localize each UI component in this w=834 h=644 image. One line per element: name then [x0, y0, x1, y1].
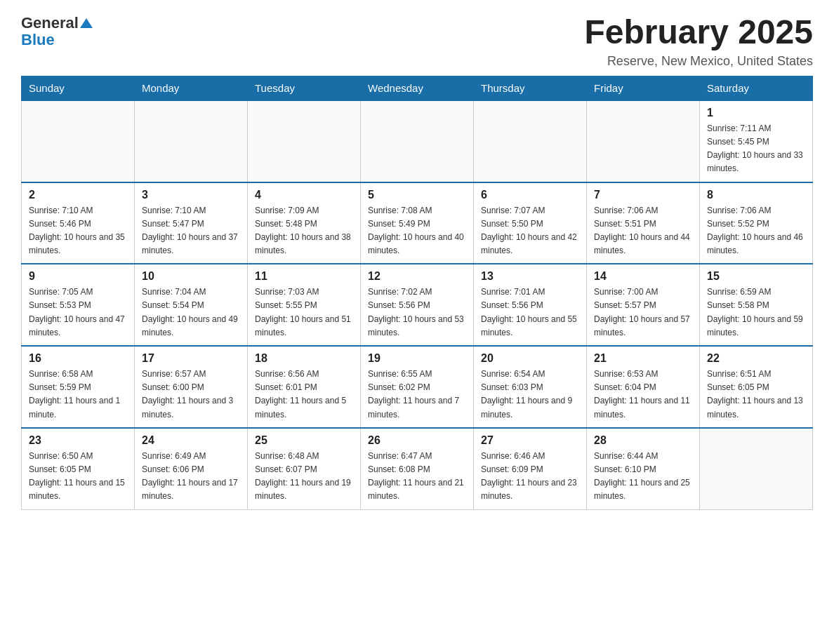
logo-icon	[80, 17, 93, 29]
day-number: 3	[142, 189, 240, 201]
day-number: 10	[142, 270, 240, 283]
day-info: Sunrise: 6:50 AMSunset: 6:05 PMDaylight:…	[29, 450, 127, 504]
month-title: February 2025	[584, 14, 813, 51]
calendar-table: Sunday Monday Tuesday Wednesday Thursday…	[21, 76, 813, 510]
calendar-day-cell: 25Sunrise: 6:48 AMSunset: 6:07 PMDayligh…	[248, 428, 361, 509]
day-number: 24	[142, 434, 240, 447]
col-wednesday: Wednesday	[361, 76, 474, 100]
day-info: Sunrise: 6:56 AMSunset: 6:01 PMDaylight:…	[255, 368, 353, 422]
col-monday: Monday	[135, 76, 248, 100]
calendar-day-cell: 9Sunrise: 7:05 AMSunset: 5:53 PMDaylight…	[22, 264, 135, 346]
day-number: 11	[255, 270, 353, 283]
calendar-day-cell: 3Sunrise: 7:10 AMSunset: 5:47 PMDaylight…	[135, 182, 248, 264]
day-info: Sunrise: 6:59 AMSunset: 5:58 PMDaylight:…	[707, 286, 805, 340]
col-thursday: Thursday	[474, 76, 587, 100]
logo: General Blue	[21, 14, 93, 49]
week-row-4: 16Sunrise: 6:58 AMSunset: 5:59 PMDayligh…	[22, 346, 813, 428]
day-info: Sunrise: 7:06 AMSunset: 5:52 PMDaylight:…	[707, 204, 805, 258]
calendar-day-cell: 15Sunrise: 6:59 AMSunset: 5:58 PMDayligh…	[700, 264, 813, 346]
day-info: Sunrise: 6:54 AMSunset: 6:03 PMDaylight:…	[481, 368, 579, 422]
day-info: Sunrise: 7:03 AMSunset: 5:55 PMDaylight:…	[255, 286, 353, 340]
day-number: 6	[481, 189, 579, 201]
week-row-5: 23Sunrise: 6:50 AMSunset: 6:05 PMDayligh…	[22, 428, 813, 509]
calendar-day-cell: 27Sunrise: 6:46 AMSunset: 6:09 PMDayligh…	[474, 428, 587, 509]
page-header: General Blue February 2025 Reserve, New …	[21, 14, 813, 69]
calendar-day-cell: 11Sunrise: 7:03 AMSunset: 5:55 PMDayligh…	[248, 264, 361, 346]
col-tuesday: Tuesday	[248, 76, 361, 100]
calendar-day-cell: 19Sunrise: 6:55 AMSunset: 6:02 PMDayligh…	[361, 346, 474, 428]
day-number: 21	[594, 352, 692, 365]
day-number: 7	[594, 189, 692, 201]
calendar-day-cell: 23Sunrise: 6:50 AMSunset: 6:05 PMDayligh…	[22, 428, 135, 509]
day-info: Sunrise: 7:08 AMSunset: 5:49 PMDaylight:…	[368, 204, 466, 258]
calendar-day-cell: 1Sunrise: 7:11 AMSunset: 5:45 PMDaylight…	[700, 100, 813, 182]
day-number: 22	[707, 352, 805, 365]
day-number: 23	[29, 434, 127, 447]
day-number: 14	[594, 270, 692, 283]
day-number: 18	[255, 352, 353, 365]
calendar-day-cell: 24Sunrise: 6:49 AMSunset: 6:06 PMDayligh…	[135, 428, 248, 509]
day-number: 25	[255, 434, 353, 447]
col-saturday: Saturday	[700, 76, 813, 100]
day-info: Sunrise: 7:01 AMSunset: 5:56 PMDaylight:…	[481, 286, 579, 340]
svg-marker-0	[80, 18, 93, 28]
day-info: Sunrise: 7:00 AMSunset: 5:57 PMDaylight:…	[594, 286, 692, 340]
day-info: Sunrise: 7:02 AMSunset: 5:56 PMDaylight:…	[368, 286, 466, 340]
day-number: 8	[707, 189, 805, 201]
day-number: 12	[368, 270, 466, 283]
day-number: 28	[594, 434, 692, 447]
day-number: 4	[255, 189, 353, 201]
day-number: 17	[142, 352, 240, 365]
calendar-header-row: Sunday Monday Tuesday Wednesday Thursday…	[22, 76, 813, 100]
day-number: 13	[481, 270, 579, 283]
calendar-day-cell	[248, 100, 361, 182]
calendar-day-cell: 13Sunrise: 7:01 AMSunset: 5:56 PMDayligh…	[474, 264, 587, 346]
day-number: 9	[29, 270, 127, 283]
day-info: Sunrise: 7:09 AMSunset: 5:48 PMDaylight:…	[255, 204, 353, 258]
calendar-day-cell: 28Sunrise: 6:44 AMSunset: 6:10 PMDayligh…	[587, 428, 700, 509]
day-info: Sunrise: 7:10 AMSunset: 5:47 PMDaylight:…	[142, 204, 240, 258]
day-number: 19	[368, 352, 466, 365]
calendar-day-cell: 6Sunrise: 7:07 AMSunset: 5:50 PMDaylight…	[474, 182, 587, 264]
day-info: Sunrise: 6:53 AMSunset: 6:04 PMDaylight:…	[594, 368, 692, 422]
calendar-day-cell: 14Sunrise: 7:00 AMSunset: 5:57 PMDayligh…	[587, 264, 700, 346]
calendar-day-cell	[135, 100, 248, 182]
calendar-day-cell	[361, 100, 474, 182]
day-info: Sunrise: 6:57 AMSunset: 6:00 PMDaylight:…	[142, 368, 240, 422]
week-row-2: 2Sunrise: 7:10 AMSunset: 5:46 PMDaylight…	[22, 182, 813, 264]
day-info: Sunrise: 7:06 AMSunset: 5:51 PMDaylight:…	[594, 204, 692, 258]
calendar-day-cell	[587, 100, 700, 182]
day-number: 5	[368, 189, 466, 201]
day-info: Sunrise: 6:58 AMSunset: 5:59 PMDaylight:…	[29, 368, 127, 422]
logo-blue-text: Blue	[21, 31, 55, 49]
day-number: 2	[29, 189, 127, 201]
col-friday: Friday	[587, 76, 700, 100]
col-sunday: Sunday	[22, 76, 135, 100]
day-info: Sunrise: 6:44 AMSunset: 6:10 PMDaylight:…	[594, 450, 692, 504]
day-number: 16	[29, 352, 127, 365]
calendar-day-cell: 7Sunrise: 7:06 AMSunset: 5:51 PMDaylight…	[587, 182, 700, 264]
calendar-day-cell: 5Sunrise: 7:08 AMSunset: 5:49 PMDaylight…	[361, 182, 474, 264]
day-info: Sunrise: 6:51 AMSunset: 6:05 PMDaylight:…	[707, 368, 805, 422]
day-number: 15	[707, 270, 805, 283]
week-row-3: 9Sunrise: 7:05 AMSunset: 5:53 PMDaylight…	[22, 264, 813, 346]
day-number: 26	[368, 434, 466, 447]
day-info: Sunrise: 6:49 AMSunset: 6:06 PMDaylight:…	[142, 450, 240, 504]
calendar-day-cell: 2Sunrise: 7:10 AMSunset: 5:46 PMDaylight…	[22, 182, 135, 264]
calendar-day-cell: 17Sunrise: 6:57 AMSunset: 6:00 PMDayligh…	[135, 346, 248, 428]
logo-general-text: General	[21, 14, 79, 32]
day-info: Sunrise: 7:10 AMSunset: 5:46 PMDaylight:…	[29, 204, 127, 258]
calendar-day-cell: 8Sunrise: 7:06 AMSunset: 5:52 PMDaylight…	[700, 182, 813, 264]
day-info: Sunrise: 6:47 AMSunset: 6:08 PMDaylight:…	[368, 450, 466, 504]
day-info: Sunrise: 7:07 AMSunset: 5:50 PMDaylight:…	[481, 204, 579, 258]
day-info: Sunrise: 6:55 AMSunset: 6:02 PMDaylight:…	[368, 368, 466, 422]
calendar-day-cell	[22, 100, 135, 182]
day-number: 20	[481, 352, 579, 365]
location-text: Reserve, New Mexico, United States	[584, 54, 813, 69]
day-number: 1	[707, 107, 805, 119]
calendar-day-cell: 16Sunrise: 6:58 AMSunset: 5:59 PMDayligh…	[22, 346, 135, 428]
calendar-day-cell: 4Sunrise: 7:09 AMSunset: 5:48 PMDaylight…	[248, 182, 361, 264]
day-info: Sunrise: 7:05 AMSunset: 5:53 PMDaylight:…	[29, 286, 127, 340]
day-info: Sunrise: 7:11 AMSunset: 5:45 PMDaylight:…	[707, 122, 805, 176]
calendar-day-cell: 20Sunrise: 6:54 AMSunset: 6:03 PMDayligh…	[474, 346, 587, 428]
